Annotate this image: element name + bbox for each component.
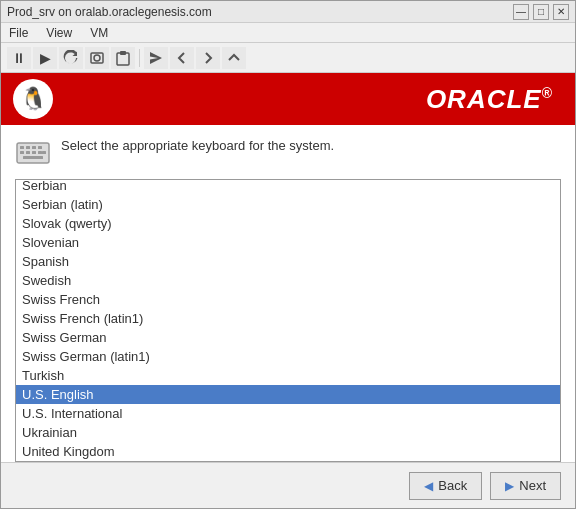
next-label: Next — [519, 478, 546, 493]
window-title: Prod_srv on oralab.oraclegenesis.com — [7, 5, 212, 19]
keyboard-list-scroll[interactable]: RomanianRussianSerbianSerbian (latin)Slo… — [16, 180, 560, 461]
back-button[interactable]: ◀ Back — [409, 472, 482, 500]
clipboard-button[interactable] — [111, 47, 135, 69]
list-item[interactable]: Turkish — [16, 366, 560, 385]
next-arrow-icon: ▶ — [505, 479, 514, 493]
list-item[interactable]: Swedish — [16, 271, 560, 290]
next-button[interactable]: ▶ Next — [490, 472, 561, 500]
instruction-text: Select the appropriate keyboard for the … — [61, 135, 334, 155]
list-item[interactable]: Swiss French — [16, 290, 560, 309]
minimize-button[interactable]: — — [513, 4, 529, 20]
svg-rect-5 — [20, 146, 24, 149]
svg-rect-11 — [32, 151, 36, 154]
window-controls: — □ ✕ — [513, 4, 569, 20]
oracle-header: 🐧 ORACLE® — [1, 73, 575, 125]
oracle-brand: ORACLE® — [426, 84, 553, 115]
bottom-bar: ◀ Back ▶ Next — [1, 462, 575, 508]
content-area: Select the appropriate keyboard for the … — [1, 125, 575, 508]
svg-rect-13 — [42, 151, 46, 154]
list-item[interactable]: Swiss German — [16, 328, 560, 347]
instruction-row: Select the appropriate keyboard for the … — [1, 125, 575, 179]
snapshot-button[interactable] — [85, 47, 109, 69]
menu-vm[interactable]: VM — [86, 26, 112, 40]
back-nav-button[interactable] — [170, 47, 194, 69]
svg-rect-8 — [38, 146, 42, 149]
list-item[interactable]: Spanish — [16, 252, 560, 271]
forward-nav-button[interactable] — [196, 47, 220, 69]
title-bar: Prod_srv on oralab.oraclegenesis.com — □… — [1, 1, 575, 23]
svg-rect-7 — [32, 146, 36, 149]
svg-rect-14 — [23, 156, 43, 159]
pause-button[interactable]: ⏸ — [7, 47, 31, 69]
up-nav-button[interactable] — [222, 47, 246, 69]
close-button[interactable]: ✕ — [553, 4, 569, 20]
svg-rect-6 — [26, 146, 30, 149]
list-item[interactable]: Serbian — [16, 180, 560, 195]
maximize-button[interactable]: □ — [533, 4, 549, 20]
menu-bar: File View VM — [1, 23, 575, 43]
refresh-button[interactable] — [59, 47, 83, 69]
svg-point-1 — [94, 55, 100, 61]
play-button[interactable]: ▶ — [33, 47, 57, 69]
menu-view[interactable]: View — [42, 26, 76, 40]
svg-rect-9 — [20, 151, 24, 154]
menu-file[interactable]: File — [5, 26, 32, 40]
list-item[interactable]: U.S. English — [16, 385, 560, 404]
list-item[interactable]: U.S. International — [16, 404, 560, 423]
svg-rect-10 — [26, 151, 30, 154]
svg-rect-3 — [120, 51, 126, 55]
svg-rect-12 — [38, 151, 42, 154]
back-label: Back — [438, 478, 467, 493]
list-item[interactable]: Ukrainian — [16, 423, 560, 442]
oracle-logo: 🐧 — [13, 79, 53, 119]
toolbar: ⏸ ▶ — [1, 43, 575, 73]
back-arrow-icon: ◀ — [424, 479, 433, 493]
toolbar-separator-1 — [139, 49, 140, 67]
list-item[interactable]: Slovenian — [16, 233, 560, 252]
list-item[interactable]: Swiss French (latin1) — [16, 309, 560, 328]
keyboard-icon — [15, 135, 51, 171]
list-item[interactable]: Slovak (qwerty) — [16, 214, 560, 233]
list-item[interactable]: United Kingdom — [16, 442, 560, 461]
list-item[interactable]: Swiss German (latin1) — [16, 347, 560, 366]
main-window: Prod_srv on oralab.oraclegenesis.com — □… — [0, 0, 576, 509]
tux-icon: 🐧 — [20, 86, 47, 112]
list-item[interactable]: Serbian (latin) — [16, 195, 560, 214]
keyboard-list-container: RomanianRussianSerbianSerbian (latin)Slo… — [15, 179, 561, 462]
send-button[interactable] — [144, 47, 168, 69]
